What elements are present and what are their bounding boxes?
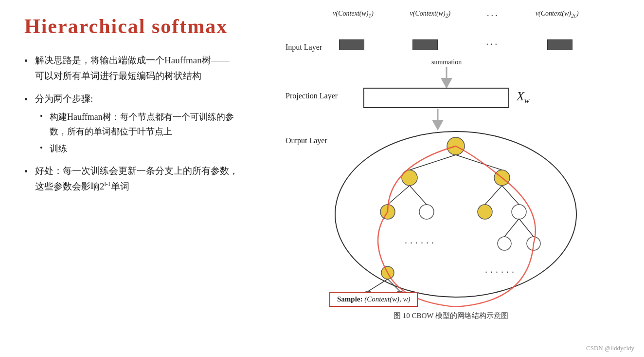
svg-line-21 [519, 219, 534, 237]
superscript: l-1 [105, 181, 111, 188]
svg-point-11 [419, 205, 434, 219]
svg-point-15 [512, 205, 526, 219]
bullet-2: 分为两个步骤: 构建Hauffman树：每个节点都有一个可训练的参数，所有的单词… [24, 91, 238, 156]
sample-box: Sample: (Context(w), w) [329, 292, 418, 307]
sample-value: (Context(w), w) [364, 295, 410, 303]
input-dots: ··· [486, 39, 499, 50]
svg-line-20 [504, 219, 519, 237]
svg-line-9 [456, 155, 502, 170]
slide: Hierarchical softmax 解决思路是，将输出端做成一个Hauff… [0, 0, 644, 357]
tree-diagram-svg: ...... ...... [324, 122, 587, 307]
input-label-3: v(Context(w)2c) [536, 10, 579, 19]
svg-line-16 [485, 186, 502, 205]
svg-text:......: ...... [485, 264, 517, 275]
svg-marker-1 [441, 78, 452, 89]
bullet-list: 解决思路是，将输出端做成一个Hauffman树——可以对所有单词进行最短编码的树… [24, 53, 238, 201]
svg-line-17 [502, 186, 519, 205]
svg-line-27 [368, 279, 388, 291]
sub-bullet-1: 构建Hauffman树：每个节点都有一个可训练的参数，所有的单词都位于叶节点上 [40, 110, 238, 139]
sub-bullet-list: 构建Hauffman树：每个节点都有一个可训练的参数，所有的单词都位于叶节点上 … [40, 110, 238, 156]
svg-line-12 [388, 186, 410, 205]
svg-line-28 [388, 279, 400, 291]
watermark: CSDN @llddycidy [586, 344, 634, 352]
input-label-2: v(Context(w)2) [410, 10, 451, 19]
sample-label: Sample: [337, 295, 363, 303]
diagram-caption: 图 10 CBOW 模型的网络结构示意图 [394, 311, 508, 320]
input-box-1 [339, 39, 364, 50]
svg-text:......: ...... [405, 235, 437, 245]
input-label-dots: ··· [487, 11, 500, 21]
sub-bullet-2: 训练 [40, 141, 238, 156]
input-boxes-row: ··· [315, 39, 597, 50]
summation-arrow [438, 67, 455, 89]
projection-layer-label: Projection Layer [286, 92, 338, 100]
input-labels-row: v(Context(w)1) v(Context(w)2) ··· v(Cont… [315, 10, 597, 21]
right-panel: v(Context(w)1) v(Context(w)2) ··· v(Cont… [258, 0, 644, 357]
bullet-3-text: 好处：每一次训练会更新一条分支上的所有参数，这些参数会影响2l-1单词 [35, 166, 238, 191]
input-label-1: v(Context(w)1) [333, 10, 374, 19]
svg-point-18 [498, 237, 511, 250]
output-layer-label: Output Layer [286, 136, 327, 145]
summation-text: summation [431, 58, 462, 66]
summation-area: summation [431, 58, 462, 89]
bullet-3: 好处：每一次训练会更新一条分支上的所有参数，这些参数会影响2l-1单词 [24, 163, 238, 195]
diagram-container: v(Context(w)1) v(Context(w)2) ··· v(Cont… [286, 10, 616, 326]
svg-line-13 [410, 186, 427, 205]
input-box-3 [547, 39, 572, 50]
xw-label: Xw [517, 89, 530, 105]
svg-point-14 [478, 205, 492, 219]
projection-box [363, 88, 509, 108]
slide-title: Hierarchical softmax [24, 15, 238, 38]
input-box-2 [412, 39, 438, 50]
svg-point-4 [335, 132, 576, 297]
bullet-1: 解决思路是，将输出端做成一个Hauffman树——可以对所有单词进行最短编码的树… [24, 53, 238, 84]
left-panel: Hierarchical softmax 解决思路是，将输出端做成一个Hauff… [0, 0, 258, 357]
